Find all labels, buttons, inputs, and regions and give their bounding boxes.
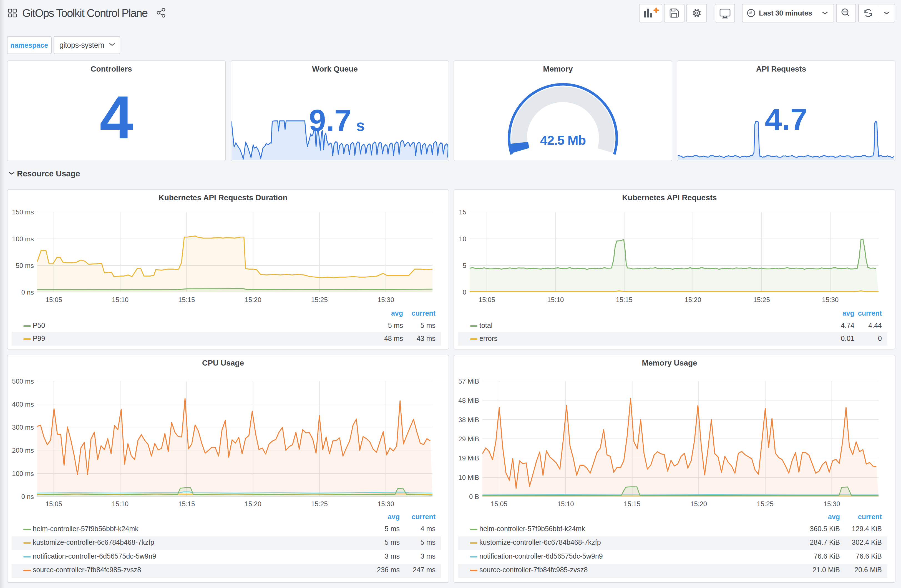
svg-text:21.0 MiB: 21.0 MiB xyxy=(812,566,840,574)
svg-text:namespace: namespace xyxy=(10,41,48,49)
svg-text:4.44: 4.44 xyxy=(868,322,882,329)
svg-text:Last 30 minutes: Last 30 minutes xyxy=(759,9,812,17)
svg-text:current: current xyxy=(412,513,436,521)
svg-text:notification-controller-6d5657: notification-controller-6d56575dc-5w9n9 xyxy=(479,552,603,560)
svg-text:15:20: 15:20 xyxy=(245,296,261,303)
svg-text:15:25: 15:25 xyxy=(311,500,328,507)
svg-text:4 ms: 4 ms xyxy=(421,525,435,532)
svg-text:kustomize-controller-6c6784b46: kustomize-controller-6c6784b468-7kzfp xyxy=(479,538,601,546)
svg-text:3 ms: 3 ms xyxy=(385,552,400,560)
svg-text:15:30: 15:30 xyxy=(377,500,394,507)
svg-text:57 MiB: 57 MiB xyxy=(458,378,479,385)
svg-text:100 ms: 100 ms xyxy=(12,235,34,243)
svg-text:API Requests: API Requests xyxy=(756,65,806,73)
svg-text:0 ns: 0 ns xyxy=(21,288,34,296)
svg-text:GitOps Toolkit Control Plane: GitOps Toolkit Control Plane xyxy=(22,7,148,19)
svg-text:43 ms: 43 ms xyxy=(417,334,435,342)
svg-text:10: 10 xyxy=(459,235,466,243)
svg-text:29 MiB: 29 MiB xyxy=(458,435,479,443)
svg-text:15:20: 15:20 xyxy=(245,500,261,507)
svg-text:3 ms: 3 ms xyxy=(421,552,435,560)
svg-text:236 ms: 236 ms xyxy=(377,566,400,574)
svg-text:15: 15 xyxy=(459,208,466,216)
svg-text:15:10: 15:10 xyxy=(112,500,128,507)
svg-text:400 ms: 400 ms xyxy=(12,400,34,408)
svg-text:source-controller-7fb84fc985-z: source-controller-7fb84fc985-zvsz8 xyxy=(479,566,588,574)
svg-text:5 ms: 5 ms xyxy=(385,525,400,532)
svg-text:avg: avg xyxy=(391,309,403,317)
svg-text:0: 0 xyxy=(463,288,466,296)
svg-text:300 ms: 300 ms xyxy=(12,423,34,431)
svg-text:s: s xyxy=(356,117,365,134)
svg-text:0: 0 xyxy=(878,334,882,342)
svg-text:5: 5 xyxy=(463,262,466,269)
svg-text:15:25: 15:25 xyxy=(311,296,328,303)
svg-text:current: current xyxy=(858,513,882,521)
svg-text:errors: errors xyxy=(479,334,497,342)
svg-text:15:30: 15:30 xyxy=(377,296,394,303)
svg-text:5 ms: 5 ms xyxy=(385,538,400,546)
svg-text:15:05: 15:05 xyxy=(45,296,62,303)
svg-text:15:15: 15:15 xyxy=(178,500,195,507)
svg-text:200 ms: 200 ms xyxy=(12,446,34,454)
svg-text:76.6 KiB: 76.6 KiB xyxy=(856,552,882,560)
svg-text:P50: P50 xyxy=(33,322,45,329)
svg-text:4: 4 xyxy=(100,84,134,151)
svg-text:5 ms: 5 ms xyxy=(421,538,435,546)
svg-text:current: current xyxy=(858,309,882,317)
svg-text:helm-controller-57f9b56bbf-k24: helm-controller-57f9b56bbf-k24mk xyxy=(479,525,585,532)
svg-text:Kubernetes API Requests Durati: Kubernetes API Requests Duration xyxy=(159,193,287,202)
svg-text:19 MiB: 19 MiB xyxy=(458,454,479,462)
svg-text:avg: avg xyxy=(828,513,840,521)
svg-text:500 ms: 500 ms xyxy=(12,378,34,385)
svg-text:Controllers: Controllers xyxy=(90,65,132,73)
svg-text:Memory: Memory xyxy=(543,65,573,73)
svg-text:48 ms: 48 ms xyxy=(384,334,403,342)
svg-text:15:25: 15:25 xyxy=(757,500,773,507)
svg-text:9.7: 9.7 xyxy=(309,103,351,137)
svg-text:Resource Usage: Resource Usage xyxy=(17,169,80,178)
svg-text:15:10: 15:10 xyxy=(547,296,564,303)
svg-text:15:10: 15:10 xyxy=(112,296,128,303)
svg-text:100 ms: 100 ms xyxy=(12,470,34,478)
svg-text:4.74: 4.74 xyxy=(841,322,854,329)
svg-text:0.01: 0.01 xyxy=(841,334,854,342)
svg-text:5 ms: 5 ms xyxy=(421,322,435,329)
svg-text:129.4 KiB: 129.4 KiB xyxy=(852,525,882,532)
svg-text:247 ms: 247 ms xyxy=(413,566,435,574)
svg-text:15:30: 15:30 xyxy=(822,296,839,303)
svg-text:source-controller-7fb84fc985-z: source-controller-7fb84fc985-zvsz8 xyxy=(33,566,141,574)
svg-text:notification-controller-6d5657: notification-controller-6d56575dc-5w9n9 xyxy=(33,552,156,560)
svg-text:gitops-system: gitops-system xyxy=(59,41,104,49)
svg-text:302.4 KiB: 302.4 KiB xyxy=(852,538,882,546)
svg-text:15:15: 15:15 xyxy=(616,296,633,303)
svg-text:Kubernetes API Requests: Kubernetes API Requests xyxy=(622,193,717,202)
svg-text:150 ms: 150 ms xyxy=(12,208,34,216)
svg-text:15:15: 15:15 xyxy=(178,296,195,303)
svg-text:50 ms: 50 ms xyxy=(16,262,34,269)
svg-text:15:30: 15:30 xyxy=(823,500,840,507)
svg-text:76.6 KiB: 76.6 KiB xyxy=(814,552,840,560)
svg-text:360.5 KiB: 360.5 KiB xyxy=(810,525,840,532)
svg-text:284.7 KiB: 284.7 KiB xyxy=(810,538,840,546)
svg-text:48 MiB: 48 MiB xyxy=(458,397,479,404)
svg-text:current: current xyxy=(412,309,436,317)
svg-text:15:20: 15:20 xyxy=(690,500,707,507)
svg-text:5 ms: 5 ms xyxy=(388,322,403,329)
svg-text:Memory Usage: Memory Usage xyxy=(642,359,697,367)
svg-text:15:05: 15:05 xyxy=(45,500,62,507)
svg-text:0 ns: 0 ns xyxy=(21,493,34,500)
svg-text:15:20: 15:20 xyxy=(684,296,701,303)
svg-text:38 MiB: 38 MiB xyxy=(458,416,479,423)
svg-text:avg: avg xyxy=(388,513,400,521)
svg-text:0 B: 0 B xyxy=(469,493,479,500)
svg-text:Work Queue: Work Queue xyxy=(312,65,357,73)
svg-text:total: total xyxy=(479,322,493,329)
svg-text:15:05: 15:05 xyxy=(479,296,495,303)
svg-text:15:10: 15:10 xyxy=(557,500,574,507)
svg-text:15:15: 15:15 xyxy=(624,500,641,507)
svg-text:kustomize-controller-6c6784b46: kustomize-controller-6c6784b468-7kzfp xyxy=(33,538,154,546)
svg-text:avg: avg xyxy=(842,309,854,317)
svg-text:P99: P99 xyxy=(33,334,45,342)
svg-text:20.6 MiB: 20.6 MiB xyxy=(854,566,882,574)
